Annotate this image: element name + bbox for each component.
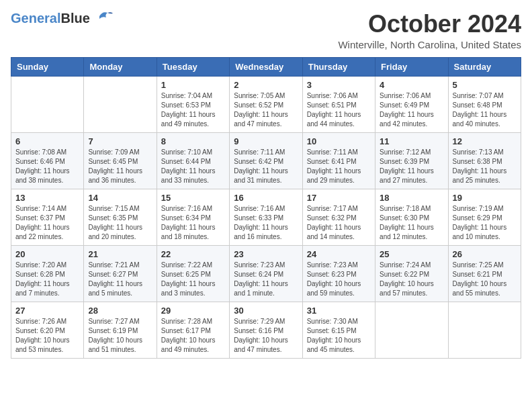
- calendar-cell: 7Sunrise: 7:09 AMSunset: 6:45 PMDaylight…: [84, 132, 157, 189]
- calendar-cell: 19Sunrise: 7:19 AMSunset: 6:29 PMDayligh…: [448, 189, 521, 245]
- day-info: Sunrise: 7:09 AMSunset: 6:45 PMDaylight:…: [88, 148, 152, 185]
- location-title: Winterville, North Carolina, United Stat…: [338, 39, 521, 50]
- day-number: 23: [234, 249, 298, 259]
- weekday-header-row: SundayMondayTuesdayWednesdayThursdayFrid…: [11, 57, 521, 76]
- calendar-cell: 8Sunrise: 7:10 AMSunset: 6:44 PMDaylight…: [157, 132, 229, 189]
- calendar-week-row: 20Sunrise: 7:20 AMSunset: 6:28 PMDayligh…: [11, 245, 521, 302]
- calendar-week-row: 27Sunrise: 7:26 AMSunset: 6:20 PMDayligh…: [11, 302, 521, 358]
- day-info: Sunrise: 7:16 AMSunset: 6:34 PMDaylight:…: [161, 204, 225, 242]
- day-info: Sunrise: 7:27 AMSunset: 6:19 PMDaylight:…: [88, 317, 152, 355]
- day-number: 1: [161, 80, 225, 90]
- calendar-cell: 23Sunrise: 7:23 AMSunset: 6:24 PMDayligh…: [230, 245, 302, 302]
- calendar-cell: 12Sunrise: 7:13 AMSunset: 6:38 PMDayligh…: [448, 132, 521, 189]
- calendar-cell: 26Sunrise: 7:25 AMSunset: 6:21 PMDayligh…: [448, 245, 521, 302]
- calendar-cell: 14Sunrise: 7:15 AMSunset: 6:35 PMDayligh…: [84, 189, 157, 245]
- calendar-cell: 10Sunrise: 7:11 AMSunset: 6:41 PMDayligh…: [302, 132, 375, 189]
- day-info: Sunrise: 7:25 AMSunset: 6:21 PMDaylight:…: [453, 261, 517, 298]
- calendar-week-row: 13Sunrise: 7:14 AMSunset: 6:37 PMDayligh…: [11, 189, 521, 245]
- day-info: Sunrise: 7:28 AMSunset: 6:17 PMDaylight:…: [161, 317, 225, 355]
- day-number: 12: [453, 136, 517, 146]
- calendar-cell: 6Sunrise: 7:08 AMSunset: 6:46 PMDaylight…: [11, 132, 84, 189]
- day-info: Sunrise: 7:30 AMSunset: 6:15 PMDaylight:…: [307, 317, 371, 355]
- day-number: 15: [161, 193, 225, 203]
- day-number: 16: [234, 193, 298, 203]
- day-number: 17: [307, 193, 371, 203]
- weekday-header: Sunday: [11, 57, 84, 76]
- day-number: 10: [307, 136, 371, 146]
- day-info: Sunrise: 7:06 AMSunset: 6:51 PMDaylight:…: [307, 91, 371, 129]
- calendar-cell: 3Sunrise: 7:06 AMSunset: 6:51 PMDaylight…: [302, 76, 375, 132]
- day-info: Sunrise: 7:05 AMSunset: 6:52 PMDaylight:…: [234, 91, 298, 129]
- calendar-cell: 29Sunrise: 7:28 AMSunset: 6:17 PMDayligh…: [157, 302, 229, 358]
- calendar-table: SundayMondayTuesdayWednesdayThursdayFrid…: [11, 57, 521, 359]
- calendar-cell: 2Sunrise: 7:05 AMSunset: 6:52 PMDaylight…: [230, 76, 302, 132]
- calendar-cell: [84, 76, 157, 132]
- calendar-cell: 24Sunrise: 7:23 AMSunset: 6:23 PMDayligh…: [302, 245, 375, 302]
- day-info: Sunrise: 7:19 AMSunset: 6:29 PMDaylight:…: [453, 204, 517, 242]
- day-number: 6: [15, 136, 79, 146]
- weekday-header: Wednesday: [230, 57, 302, 76]
- calendar-cell: 31Sunrise: 7:30 AMSunset: 6:15 PMDayligh…: [302, 302, 375, 358]
- calendar-cell: 5Sunrise: 7:07 AMSunset: 6:48 PMDaylight…: [448, 76, 521, 132]
- calendar-cell: 20Sunrise: 7:20 AMSunset: 6:28 PMDayligh…: [11, 245, 84, 302]
- title-block: October 2024 Winterville, North Carolina…: [338, 11, 521, 50]
- logo-text: GeneralBlue: [11, 11, 90, 26]
- day-number: 7: [88, 136, 152, 146]
- day-info: Sunrise: 7:12 AMSunset: 6:39 PMDaylight:…: [380, 148, 443, 185]
- day-number: 19: [453, 193, 517, 203]
- day-info: Sunrise: 7:16 AMSunset: 6:33 PMDaylight:…: [234, 204, 298, 242]
- day-info: Sunrise: 7:24 AMSunset: 6:22 PMDaylight:…: [380, 261, 443, 298]
- day-info: Sunrise: 7:23 AMSunset: 6:24 PMDaylight:…: [234, 261, 298, 298]
- day-number: 25: [380, 249, 443, 259]
- logo-bird-icon: [93, 9, 113, 24]
- weekday-header: Monday: [84, 57, 157, 76]
- month-title: October 2024: [338, 11, 521, 38]
- day-number: 14: [88, 193, 152, 203]
- day-number: 21: [88, 249, 152, 259]
- calendar-week-row: 1Sunrise: 7:04 AMSunset: 6:53 PMDaylight…: [11, 76, 521, 132]
- day-info: Sunrise: 7:26 AMSunset: 6:20 PMDaylight:…: [15, 317, 79, 355]
- calendar-cell: 9Sunrise: 7:11 AMSunset: 6:42 PMDaylight…: [230, 132, 302, 189]
- logo: GeneralBlue: [11, 11, 113, 26]
- day-number: 27: [15, 306, 79, 316]
- calendar-cell: 30Sunrise: 7:29 AMSunset: 6:16 PMDayligh…: [230, 302, 302, 358]
- day-number: 3: [307, 80, 371, 90]
- calendar-cell: 4Sunrise: 7:06 AMSunset: 6:49 PMDaylight…: [375, 76, 448, 132]
- calendar-cell: 17Sunrise: 7:17 AMSunset: 6:32 PMDayligh…: [302, 189, 375, 245]
- day-number: 13: [15, 193, 79, 203]
- calendar-week-row: 6Sunrise: 7:08 AMSunset: 6:46 PMDaylight…: [11, 132, 521, 189]
- calendar-cell: 15Sunrise: 7:16 AMSunset: 6:34 PMDayligh…: [157, 189, 229, 245]
- day-info: Sunrise: 7:11 AMSunset: 6:42 PMDaylight:…: [234, 148, 298, 185]
- weekday-header: Friday: [375, 57, 448, 76]
- day-number: 5: [453, 80, 517, 90]
- calendar-cell: 1Sunrise: 7:04 AMSunset: 6:53 PMDaylight…: [157, 76, 229, 132]
- calendar-cell: 16Sunrise: 7:16 AMSunset: 6:33 PMDayligh…: [230, 189, 302, 245]
- day-number: 4: [380, 80, 443, 90]
- page-header: GeneralBlue October 2024 Winterville, No…: [11, 11, 521, 50]
- calendar-cell: [11, 76, 84, 132]
- day-number: 20: [15, 249, 79, 259]
- day-info: Sunrise: 7:14 AMSunset: 6:37 PMDaylight:…: [15, 204, 79, 242]
- day-info: Sunrise: 7:23 AMSunset: 6:23 PMDaylight:…: [307, 261, 371, 298]
- day-info: Sunrise: 7:13 AMSunset: 6:38 PMDaylight:…: [453, 148, 517, 185]
- weekday-header: Tuesday: [157, 57, 229, 76]
- calendar-cell: 13Sunrise: 7:14 AMSunset: 6:37 PMDayligh…: [11, 189, 84, 245]
- day-info: Sunrise: 7:10 AMSunset: 6:44 PMDaylight:…: [161, 148, 225, 185]
- weekday-header: Thursday: [302, 57, 375, 76]
- day-number: 9: [234, 136, 298, 146]
- day-number: 22: [161, 249, 225, 259]
- day-number: 8: [161, 136, 225, 146]
- day-info: Sunrise: 7:15 AMSunset: 6:35 PMDaylight:…: [88, 204, 152, 242]
- calendar-cell: 18Sunrise: 7:18 AMSunset: 6:30 PMDayligh…: [375, 189, 448, 245]
- calendar-cell: [448, 302, 521, 358]
- day-info: Sunrise: 7:06 AMSunset: 6:49 PMDaylight:…: [380, 91, 443, 129]
- calendar-cell: 11Sunrise: 7:12 AMSunset: 6:39 PMDayligh…: [375, 132, 448, 189]
- day-number: 29: [161, 306, 225, 316]
- day-number: 2: [234, 80, 298, 90]
- day-info: Sunrise: 7:08 AMSunset: 6:46 PMDaylight:…: [15, 148, 79, 185]
- day-info: Sunrise: 7:17 AMSunset: 6:32 PMDaylight:…: [307, 204, 371, 242]
- day-number: 31: [307, 306, 371, 316]
- day-info: Sunrise: 7:07 AMSunset: 6:48 PMDaylight:…: [453, 91, 517, 129]
- day-info: Sunrise: 7:21 AMSunset: 6:27 PMDaylight:…: [88, 261, 152, 298]
- day-number: 30: [234, 306, 298, 316]
